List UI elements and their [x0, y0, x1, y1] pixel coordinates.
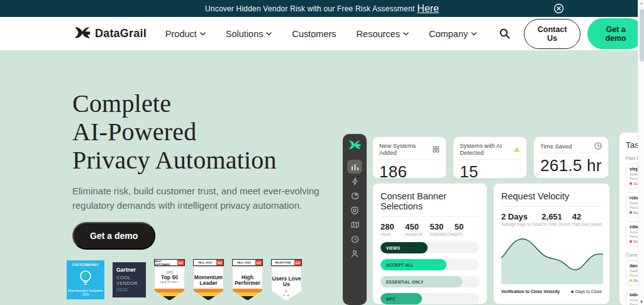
- due-soon-dot-icon: [630, 279, 632, 282]
- clock-icon: [347, 232, 362, 246]
- velocity-footer-label: Verification to Close Velocity: [501, 289, 560, 294]
- gartner-cool-vendor-badge: Gartner COOL VENDOR 2020: [113, 262, 146, 297]
- velocity-metrics: 2 DaysAverage Days to Close 2,651On Time…: [501, 212, 602, 226]
- bar-views: VIEWS: [380, 242, 428, 253]
- overdue-dot-icon: [630, 211, 632, 214]
- g2-logo-icon: G2: [294, 260, 301, 265]
- hero-heading: Complete AI-Powered Privacy Automation: [72, 89, 277, 174]
- nav-item-customers[interactable]: Customers: [292, 29, 336, 39]
- g2-logo-icon: G2: [216, 260, 223, 265]
- pie-timer-icon: [347, 189, 362, 202]
- consent-metrics: 280Views 450Accept All 530Essential Only…: [380, 222, 479, 236]
- contact-us-button[interactable]: Contact Us: [524, 19, 580, 49]
- hero-section: Complete AI-Powered Privacy Automation E…: [0, 50, 644, 305]
- datagrail-logo[interactable]: DataGrail: [74, 26, 147, 42]
- chevron-down-icon: [200, 32, 206, 36]
- g2-high-performer-badge: FALL 2025G2 High Performer: [232, 259, 263, 301]
- velocity-legend: Days to Close: [571, 289, 602, 294]
- stat-card-time-saved: Time Saved 261.5 hr: [533, 136, 609, 179]
- datagrail-logomark-icon: [74, 26, 91, 42]
- stat-card-new-systems: New Systems Added 186: [372, 136, 447, 179]
- shield-privacy-icon: [347, 203, 362, 217]
- consent-bars-chart: VIEWS ACCEPT ALL ESSENTIAL ONLY GPC: [380, 242, 479, 304]
- promo-banner: Uncover Hidden Vendor Risk with our Free…: [0, 0, 644, 17]
- velocity-card-title: Request Velocity: [501, 191, 602, 207]
- nav-item-solutions[interactable]: Solutions: [226, 29, 272, 39]
- bar-gpc: GPC: [380, 293, 422, 304]
- chevron-down-icon: [403, 32, 409, 36]
- overdue-dot-icon: [630, 182, 632, 185]
- fast-company-badge: FASTCOMPANY Most Innovative Companies 20…: [67, 260, 104, 299]
- top-nav: DataGrail Product Solutions Customers Re…: [0, 17, 644, 50]
- grid-icon: [433, 146, 440, 153]
- promo-banner-link[interactable]: Here: [417, 3, 439, 14]
- promo-banner-text: Uncover Hidden Vendor Risk with our Free…: [205, 4, 414, 13]
- consent-banner-card: Consent Banner Selections 280Views 450Ac…: [372, 183, 487, 304]
- chevron-down-icon: [471, 32, 477, 36]
- close-icon[interactable]: [553, 3, 564, 14]
- nav-item-product[interactable]: Product: [165, 29, 206, 39]
- chevron-down-icon: [266, 32, 272, 36]
- g2-logo-icon: G2: [255, 260, 262, 265]
- lightbulb-icon: [78, 270, 93, 286]
- lightning-bolt-icon: [347, 174, 362, 188]
- hero-subtext: Eliminate risk, build customer trust, an…: [72, 184, 352, 213]
- g2-dots-icon: • • •: [272, 289, 301, 297]
- nav-item-company[interactable]: Company: [429, 29, 477, 39]
- g2-momentum-leader-badge: FALL 2025G2 Momentum Leader: [193, 259, 224, 301]
- nav-item-resources[interactable]: Resources: [357, 29, 409, 39]
- legend-dot-icon: [571, 291, 574, 293]
- g2-logo-icon: G2: [177, 260, 184, 265]
- vertical-scrollbar[interactable]: ▲ ▼: [638, 0, 644, 305]
- scrollbar-thumb[interactable]: [640, 9, 644, 62]
- dashboard-sidebar: [343, 134, 367, 305]
- request-velocity-card: Request Velocity 2 DaysAverage Days to C…: [493, 183, 610, 304]
- person-icon: [347, 247, 362, 260]
- nav-menu: Product Solutions Customers Resources Co…: [165, 29, 477, 39]
- g2-top50-badge: BEST SOFTWAREG2 2025 Top 50 DATA PRIVACY: [154, 259, 185, 301]
- velocity-area-chart: [501, 230, 603, 284]
- stat-card-ai-detected: Systems with AI Detected 15: [453, 136, 527, 179]
- g2-users-love-us-badge: MILESTONEG2 Users Love Us • • •: [271, 259, 302, 301]
- search-icon[interactable]: [499, 28, 510, 39]
- bar-essential-only: ESSENTIAL ONLY: [380, 276, 462, 287]
- nav-get-a-demo-button[interactable]: Get a demo: [587, 18, 644, 49]
- brand-name: DataGrail: [95, 27, 147, 40]
- clock-icon: [594, 142, 602, 150]
- consent-card-title: Consent Banner Selections: [380, 191, 479, 217]
- scroll-up-arrow-icon[interactable]: ▲: [639, 1, 644, 5]
- award-badges-row: FASTCOMPANY Most Innovative Companies 20…: [67, 259, 302, 301]
- overdue-dot-icon: [630, 240, 632, 243]
- hero-get-a-demo-button[interactable]: Get a demo: [72, 222, 155, 250]
- bar-accept-all: ACCEPT ALL: [380, 259, 447, 270]
- bar-chart-icon: [347, 160, 362, 174]
- datagrail-logomark-icon: [348, 140, 361, 152]
- warning-icon: [514, 146, 520, 153]
- dashboard-illustration: New Systems Added 186 Systems with AI De…: [343, 132, 644, 305]
- map-icon: [347, 218, 362, 231]
- scroll-down-arrow-icon[interactable]: ▼: [639, 300, 644, 304]
